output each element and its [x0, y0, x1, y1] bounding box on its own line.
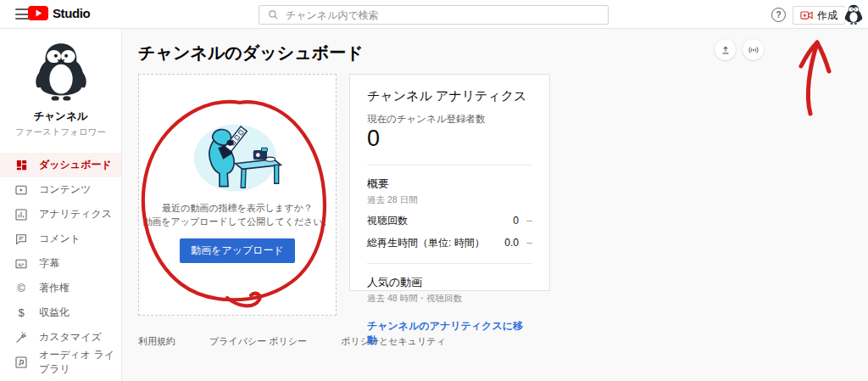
upload-illustration	[190, 122, 285, 193]
sidebar-item-customization[interactable]: カスタマイズ	[0, 325, 121, 350]
search-icon	[268, 9, 279, 20]
monetization-icon: $	[14, 306, 28, 320]
upload-hint-line1: 最近の動画の指標を表示しますか？	[142, 201, 332, 215]
channel-subtitle: ファーストフォロワー	[0, 126, 121, 138]
subscribers-value: 0	[367, 126, 532, 152]
sidebar-item-label: 字幕	[39, 256, 59, 271]
subscribers-label: 現在のチャンネル登録者数	[367, 113, 532, 126]
upload-video-button[interactable]: 動画をアップロード	[180, 238, 295, 263]
stat-value: 0	[513, 215, 519, 227]
page-title: チャンネルのダッシュボード	[138, 42, 364, 64]
create-button-label: 作成	[817, 8, 837, 23]
upload-hint: 最近の動画の指標を表示しますか？ 動画をアップロードして公開してください。	[142, 201, 332, 228]
create-button[interactable]: 作成	[793, 6, 845, 25]
sidebar-item-copyright[interactable]: © 著作権	[0, 276, 121, 300]
overview-period: 過去 28 日間	[367, 194, 532, 206]
sidebar-item-label: カスタマイズ	[39, 330, 102, 345]
sidebar-item-content[interactable]: コンテンツ	[0, 177, 121, 202]
comments-icon	[14, 233, 28, 246]
sidebar-item-label: コメント	[39, 232, 81, 246]
stat-row-watch-time: 総再生時間（単位: 時間） 0.0 –	[367, 236, 532, 250]
footer-links: 利用規約 プライバシー ポリシー ポリシーとセキュリティ	[138, 335, 446, 348]
dashboard-icon	[14, 159, 28, 172]
go-live-button[interactable]	[743, 39, 764, 60]
youtube-studio-logo[interactable]: Studio	[28, 6, 90, 20]
search-box[interactable]	[259, 5, 609, 25]
copyright-icon: ©	[14, 282, 28, 295]
stat-row-views: 視聴回数 0 –	[367, 214, 532, 228]
youtube-play-icon	[28, 6, 48, 20]
sidebar-item-audio-library[interactable]: オーディオ ライブラリ	[0, 350, 121, 374]
overview-title: 概要	[367, 176, 532, 192]
create-video-icon	[800, 10, 813, 20]
sidebar-item-label: ダッシュボード	[39, 158, 112, 172]
stat-value: 0.0	[504, 237, 519, 249]
channel-avatar-penguin	[29, 39, 93, 104]
sidebar-item-label: コンテンツ	[39, 182, 91, 197]
sidebar-item-subtitles[interactable]: 字幕	[0, 251, 121, 276]
upload-button[interactable]	[715, 39, 736, 60]
subtitles-icon	[14, 257, 28, 271]
channel-header: チャンネル ファーストフォロワー	[0, 29, 121, 138]
stat-label: 視聴回数	[367, 214, 513, 228]
policy-safety-link[interactable]: ポリシーとセキュリティ	[341, 335, 446, 348]
upload-icon	[720, 44, 732, 56]
sidebar: チャンネル ファーストフォロワー ダッシュボード コンテンツ アナリティクス コ…	[0, 29, 122, 381]
privacy-policy-link[interactable]: プライバシー ポリシー	[209, 335, 307, 348]
logo-text: Studio	[53, 6, 90, 20]
topbar: Studio ? 作成	[0, 0, 868, 29]
channel-analytics-card: チャンネル アナリティクス 現在のチャンネル登録者数 0 概要 過去 28 日間…	[349, 74, 550, 291]
top-videos-period: 過去 48 時間・視聴回数	[367, 293, 532, 305]
stat-trend: –	[519, 215, 532, 227]
audio-library-icon	[14, 356, 28, 369]
upload-hint-line2: 動画をアップロードして公開してください。	[142, 215, 332, 228]
sidebar-item-monetization[interactable]: $ 収益化	[0, 300, 121, 325]
upload-video-card: 最近の動画の指標を表示しますか？ 動画をアップロードして公開してください。 動画…	[138, 74, 337, 316]
user-avatar[interactable]	[843, 3, 865, 25]
sidebar-item-label: オーディオ ライブラリ	[39, 348, 121, 377]
search-input[interactable]	[286, 9, 599, 21]
customization-icon	[14, 331, 28, 345]
sidebar-item-analytics[interactable]: アナリティクス	[0, 202, 121, 227]
top-videos-title: 人気の動画	[367, 275, 532, 290]
channel-avatar[interactable]	[29, 39, 93, 104]
user-avatar-penguin	[843, 3, 865, 25]
content-icon	[14, 183, 28, 197]
main-content: チャンネルのダッシュボード	[122, 29, 868, 381]
sidebar-item-comments[interactable]: コメント	[0, 227, 121, 251]
stat-label: 総再生時間（単位: 時間）	[367, 236, 504, 250]
sidebar-menu: ダッシュボード コンテンツ アナリティクス コメント 字幕 © 著作権 $ 収益…	[0, 153, 121, 381]
analytics-title: チャンネル アナリティクス	[367, 88, 532, 104]
live-icon	[748, 44, 760, 56]
sidebar-item-dashboard[interactable]: ダッシュボード	[0, 153, 121, 177]
divider	[367, 263, 532, 264]
sidebar-item-label: 著作権	[39, 281, 70, 295]
stat-trend: –	[519, 237, 532, 249]
channel-name: チャンネル	[0, 109, 121, 124]
analytics-icon	[14, 208, 28, 221]
help-icon: ?	[776, 10, 781, 20]
help-button[interactable]: ?	[771, 8, 786, 22]
sidebar-item-label: アナリティクス	[39, 207, 112, 221]
sidebar-item-label: 収益化	[39, 305, 70, 320]
divider	[367, 165, 532, 165]
terms-link[interactable]: 利用規約	[138, 335, 175, 348]
